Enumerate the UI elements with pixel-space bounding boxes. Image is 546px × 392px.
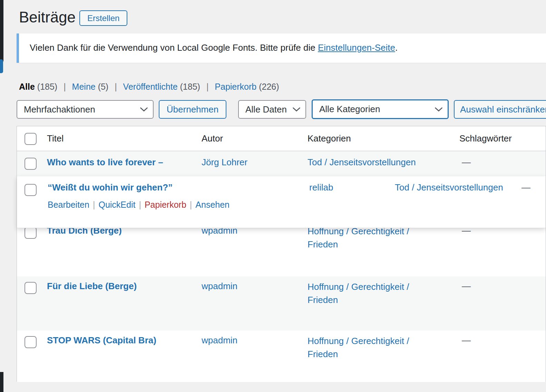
column-header-title[interactable]: Titel <box>47 134 64 144</box>
row-checkbox[interactable] <box>25 158 37 170</box>
view-link-all[interactable]: Alle <box>19 82 35 91</box>
post-categories-link[interactable]: Hoffnung / Gerechtigkeit / Frieden <box>308 280 423 306</box>
action-separator: | <box>190 200 192 209</box>
row-action-quickedit[interactable]: QuickEdit <box>98 200 135 209</box>
category-filter-select[interactable]: Alle Kategorien <box>312 99 449 119</box>
post-tags-value: — <box>521 183 530 193</box>
view-link-trash[interactable]: Papierkorb <box>215 82 256 91</box>
notice-text: Vielen Dank für die Verwendung von Local… <box>30 42 318 53</box>
view-count-published: (185) <box>180 82 200 91</box>
post-author-link[interactable]: wpadmin <box>202 281 237 291</box>
posts-table: Titel Autor Kategorien Schlagwörter Who … <box>17 126 546 382</box>
view-count-trash: (226) <box>259 82 279 91</box>
view-count-all: (185) <box>37 82 57 91</box>
column-header-categories: Kategorien <box>308 134 351 144</box>
post-categories-link[interactable]: relilab <box>309 183 333 193</box>
column-header-author: Autor <box>202 134 223 144</box>
post-title-link[interactable]: STOP WARS (Capital Bra) <box>47 335 156 345</box>
chevron-down-icon <box>140 107 148 112</box>
admin-menu-edge-top <box>0 0 3 61</box>
row-checkbox[interactable] <box>25 184 37 196</box>
row-action-edit[interactable]: Bearbeiten <box>48 200 89 209</box>
admin-menu-edge-bottom <box>0 372 3 392</box>
view-separator: | <box>64 82 66 91</box>
post-categories-link[interactable]: Hoffnung / Gerechtigkeit / Frieden <box>308 334 423 361</box>
post-categories-link[interactable]: Tod / Jenseitsvorstellungen <box>308 157 416 167</box>
filter-button[interactable]: Auswahl einschränken <box>454 100 546 119</box>
post-tags-value: — <box>462 281 471 291</box>
select-all-checkbox[interactable] <box>25 133 37 145</box>
post-title-link[interactable]: “Weißt du wohin wir gehen?” <box>48 183 173 193</box>
row-checkbox[interactable] <box>25 336 37 348</box>
post-categories-link[interactable]: Hoffnung / Gerechtigkeit / Frieden <box>308 225 423 251</box>
view-separator: | <box>206 82 209 91</box>
table-row: STOP WARS (Capital Bra) wpadmin Hoffnung… <box>17 331 546 382</box>
create-post-button[interactable]: Erstellen <box>79 10 127 26</box>
chevron-down-icon <box>292 107 301 112</box>
date-filter-select[interactable]: Alle Daten <box>238 100 306 119</box>
view-count-mine: (5) <box>98 82 109 91</box>
row-checkbox[interactable] <box>25 227 37 239</box>
view-link-published[interactable]: Veröffentlichte <box>123 82 178 91</box>
action-separator: | <box>139 200 141 209</box>
post-author-link[interactable]: wpadmin <box>202 335 237 345</box>
page-title: Beiträge <box>19 8 76 26</box>
post-tags-value: — <box>462 335 471 345</box>
view-separator: | <box>115 82 117 91</box>
table-header-row: Titel Autor Kategorien Schlagwörter <box>17 126 546 151</box>
post-categories-link[interactable]: Tod / Jenseitsvorstellungen <box>395 183 503 193</box>
category-filter-value: Alle Kategorien <box>319 104 380 115</box>
post-tags-value: — <box>462 157 471 167</box>
table-row: Who wants to live forever – Jörg Lohrer … <box>17 151 546 176</box>
table-row-hovered: “Weißt du wohin wir gehen?” Bearbeiten|Q… <box>17 176 546 228</box>
post-author-link[interactable]: Jörg Lohrer <box>202 157 247 167</box>
view-filter-links: Alle (185) | Meine (5) | Veröffentlichte… <box>19 82 279 92</box>
column-header-tags: Schlagwörter <box>459 134 512 144</box>
row-actions: Bearbeiten|QuickEdit|Papierkorb|Ansehen <box>48 200 230 210</box>
notice-banner: Vielen Dank für die Verwendung von Local… <box>17 33 546 63</box>
admin-menu-active-indicator <box>0 59 3 73</box>
notice-suffix: . <box>395 42 398 53</box>
row-checkbox[interactable] <box>25 282 37 294</box>
chevron-down-icon <box>435 107 443 112</box>
row-action-trash[interactable]: Papierkorb <box>145 200 186 209</box>
bulk-action-value: Mehrfachaktionen <box>24 104 95 115</box>
table-row: Für die Liebe (Berge) wpadmin Hoffnung /… <box>17 276 546 331</box>
view-link-mine[interactable]: Meine <box>72 82 96 91</box>
row-action-view[interactable]: Ansehen <box>195 200 230 209</box>
date-filter-value: Alle Daten <box>245 104 287 115</box>
settings-page-link[interactable]: Einstellungen-Seite <box>318 42 395 53</box>
action-separator: | <box>93 200 95 209</box>
post-title-link[interactable]: Für die Liebe (Berge) <box>47 281 137 291</box>
apply-button[interactable]: Übernehmen <box>159 100 226 119</box>
post-title-link[interactable]: Who wants to live forever – <box>47 157 163 167</box>
bulk-action-select[interactable]: Mehrfachaktionen <box>17 100 154 119</box>
